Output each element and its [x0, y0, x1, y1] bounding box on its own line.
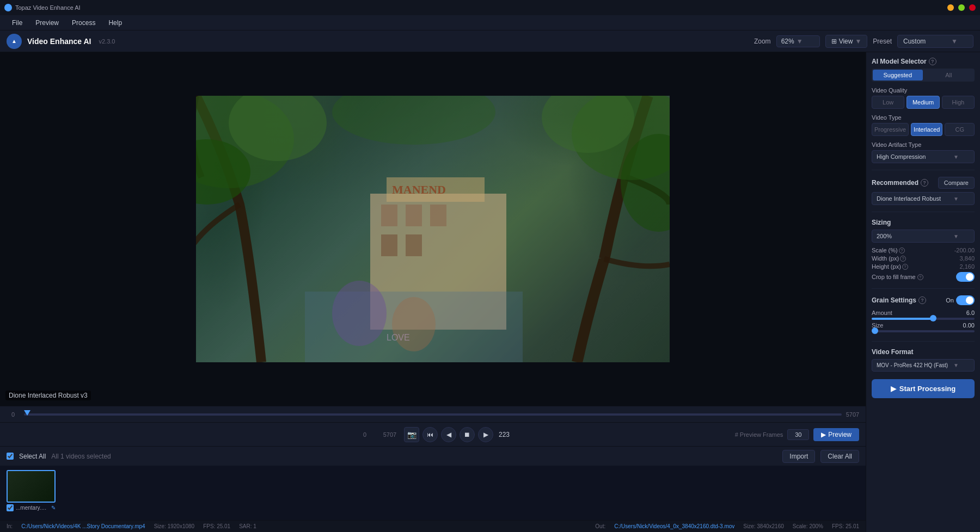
svg-text:LOVE: LOVE — [387, 333, 410, 342]
maximize-button[interactable] — [958, 4, 965, 11]
frame-end: 5707 — [379, 431, 401, 438]
view-button[interactable]: ⊞ View ▼ — [825, 35, 868, 48]
quality-low[interactable]: Low — [872, 96, 904, 109]
video-visual: MANEND — [196, 96, 670, 362]
status-in-label: In: — [7, 523, 13, 529]
app-icon — [4, 4, 12, 11]
right-panel: AI Model Selector ? Suggested All Video … — [866, 52, 980, 532]
artifact-type-label: Video Artifact Type — [872, 141, 975, 148]
grain-size-thumb[interactable] — [872, 327, 878, 334]
view-label: View — [839, 38, 853, 45]
file-checkbox[interactable] — [7, 504, 14, 511]
width-value: 3,840 — [959, 255, 975, 262]
minimize-button[interactable] — [947, 4, 954, 11]
go-to-start-button[interactable]: ⏮ — [422, 427, 438, 442]
type-cg[interactable]: CG — [945, 123, 975, 136]
video-format-title: Video Format — [872, 348, 975, 356]
scale-label: Scale (%) ? — [872, 247, 905, 253]
grain-amount-track[interactable] — [872, 318, 975, 320]
type-progressive[interactable]: Progressive — [872, 123, 909, 136]
height-label: Height (px) ? — [872, 263, 908, 270]
grain-amount-label: Amount — [872, 310, 892, 316]
zoom-chevron-icon: ▼ — [797, 38, 803, 45]
recommended-dropdown[interactable]: Dione Interlaced Robust ▼ — [872, 192, 975, 205]
ai-model-tabs: Suggested All — [872, 69, 975, 82]
clear-all-button[interactable]: Clear All — [820, 450, 859, 463]
svg-point-18 — [392, 297, 436, 351]
view-icon: ⊞ — [831, 38, 837, 45]
scale-label-text: Scale (%) — [872, 247, 898, 253]
quality-medium[interactable]: Medium — [906, 96, 939, 109]
stop-button[interactable]: ⏹ — [460, 427, 475, 442]
status-in-path[interactable]: C:/Users/Nick/Videos/4K ...Story Documen… — [21, 523, 145, 529]
preview-icon: ▶ — [821, 431, 826, 438]
tab-all[interactable]: All — [924, 70, 974, 81]
video-format-dropdown[interactable]: MOV - ProRes 422 HQ (Fast) ▼ — [872, 359, 975, 372]
crop-toggle[interactable] — [956, 272, 975, 282]
menu-process[interactable]: Process — [66, 17, 101, 29]
start-processing-button[interactable]: ▶ Start Processing — [872, 379, 975, 398]
svg-rect-2 — [381, 205, 397, 226]
screenshot-button[interactable]: 📷 — [404, 427, 419, 442]
preview-button[interactable]: ▶ Preview — [813, 428, 859, 441]
select-all-label[interactable]: Select All — [19, 453, 46, 460]
app-logo: ▲ — [7, 34, 22, 49]
ai-model-help-icon[interactable]: ? — [929, 58, 936, 65]
preview-frames-input[interactable] — [787, 429, 809, 440]
recommended-help-icon[interactable]: ? — [921, 179, 928, 187]
import-button[interactable]: Import — [782, 450, 815, 463]
sizing-dropdown[interactable]: 200% ▼ — [872, 230, 975, 243]
crop-label: Crop to fill frame ? — [872, 274, 923, 280]
menu-help[interactable]: Help — [103, 17, 127, 29]
main-layout: MANEND — [0, 52, 980, 532]
play-button[interactable]: ▶ — [478, 427, 493, 442]
grain-size-value: 0.00 — [963, 322, 975, 329]
edit-icon[interactable]: ✎ — [51, 505, 56, 511]
grain-toggle[interactable] — [956, 295, 975, 305]
close-button[interactable] — [969, 4, 976, 11]
preview-container: MANEND — [0, 52, 866, 406]
menu-preview[interactable]: Preview — [30, 17, 64, 29]
divider-2 — [872, 212, 975, 212]
filelist-header: Select All All 1 videos selected Import … — [0, 446, 866, 466]
video-format-value: MOV - ProRes 422 HQ (Fast) — [877, 362, 948, 368]
thumb-footer: ...mentary.mp4 ✎ — [7, 504, 56, 511]
menubar: File Preview Process Help — [0, 15, 980, 30]
grain-amount-thumb[interactable] — [930, 315, 936, 321]
ai-model-title-text: AI Model Selector — [872, 58, 927, 65]
zoom-control[interactable]: 62% ▼ — [776, 35, 820, 47]
tab-suggested[interactable]: Suggested — [873, 70, 923, 81]
crop-help-icon[interactable]: ? — [917, 274, 923, 280]
scale-value: -200.00 — [954, 247, 975, 253]
grain-help-icon[interactable]: ? — [918, 296, 926, 304]
scale-help-icon[interactable]: ? — [899, 248, 905, 253]
select-all-checkbox[interactable] — [7, 453, 14, 460]
compare-button[interactable]: Compare — [938, 177, 975, 189]
thumb-inner — [8, 471, 54, 502]
artifact-type-dropdown[interactable]: High Compression ▼ — [872, 150, 975, 163]
timeline[interactable]: 0 5707 — [0, 406, 866, 422]
height-help-icon[interactable]: ? — [902, 264, 908, 270]
grain-title-text: Grain Settings — [872, 296, 916, 304]
preset-dropdown[interactable]: Custom ▼ — [897, 35, 973, 48]
grain-size-track[interactable] — [872, 330, 975, 332]
quality-high[interactable]: High — [942, 96, 975, 109]
status-out-path[interactable]: C:/Users/Nick/Videos/4_0x_3840x2160.dtd-… — [614, 523, 734, 529]
type-interlaced[interactable]: Interlaced — [911, 123, 942, 136]
list-item[interactable]: ...mentary.mp4 ✎ — [7, 470, 56, 516]
menu-file[interactable]: File — [7, 17, 28, 29]
titlebar: Topaz Video Enhance AI — [0, 0, 980, 15]
zoom-value: 62% — [781, 38, 794, 45]
width-help-icon[interactable]: ? — [900, 256, 906, 262]
step-back-button[interactable]: ◀ — [441, 427, 456, 442]
titlebar-title: Topaz Video Enhance AI — [15, 4, 81, 11]
ai-model-section: AI Model Selector ? Suggested All — [872, 58, 975, 82]
timeline-marker[interactable] — [24, 410, 30, 416]
scale-row: Scale (%) ? -200.00 — [872, 247, 975, 253]
grain-size-row: Size 0.00 — [872, 322, 975, 332]
status-out-fps: FPS: 25.01 — [832, 523, 859, 529]
timeline-bar[interactable] — [24, 413, 842, 416]
sizing-section: Sizing 200% ▼ Scale (%) ? -200.00 Width … — [872, 219, 975, 282]
grain-title: Grain Settings ? — [872, 296, 926, 304]
model-label: Dione Interlaced Robust v3 — [5, 391, 91, 400]
